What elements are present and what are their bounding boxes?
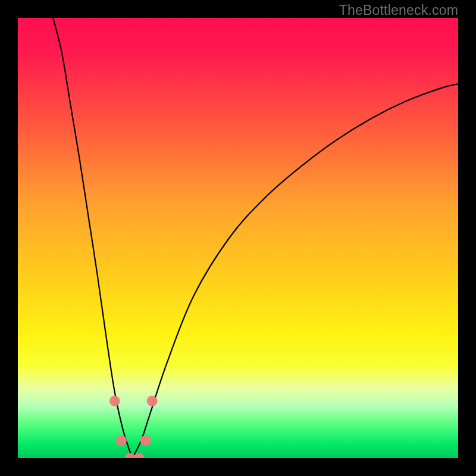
curve-layer bbox=[18, 18, 458, 458]
left-curve bbox=[53, 18, 132, 458]
watermark-text: TheBottleneck.com bbox=[339, 2, 458, 18]
valley-dot bbox=[147, 396, 158, 406]
plot-area bbox=[18, 18, 458, 458]
valley-dots bbox=[109, 396, 158, 458]
valley-dot bbox=[109, 396, 120, 406]
valley-dot bbox=[140, 435, 151, 446]
right-curve bbox=[132, 84, 458, 458]
valley-dot bbox=[116, 435, 127, 446]
chart-stage: TheBottleneck.com bbox=[0, 0, 476, 476]
